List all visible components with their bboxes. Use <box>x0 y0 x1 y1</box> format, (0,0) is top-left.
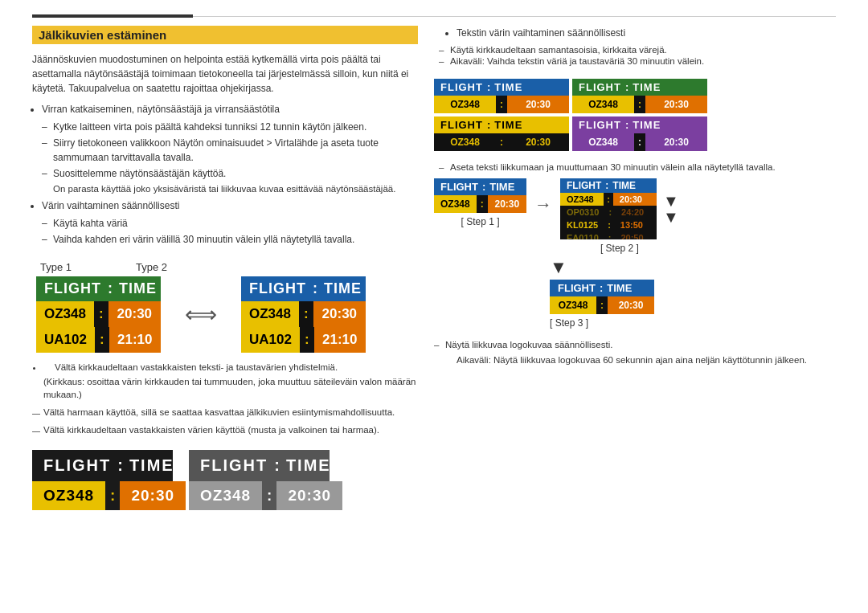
type1-ua: UA102 <box>36 327 95 353</box>
step1-area: FLIGHT : TIME OZ348 : 20:30 [ Step 1 ] <box>434 178 526 227</box>
note-1b: (Kirkkaus: osoittaa värin kirkkauden tai… <box>43 375 418 401</box>
arrow-down-1: ▼ <box>663 193 679 209</box>
step2-label: [ Step 2 ] <box>600 243 639 254</box>
large-b2-oz: OZ348 <box>189 481 262 510</box>
type2-label: Type 2 <box>136 261 167 273</box>
step3-board: FLIGHT : TIME OZ348 : 20:30 <box>550 280 654 314</box>
dash-item-2-1: Käytä kahta väriä <box>42 216 418 231</box>
note-1: Vältä kirkkaudeltaan vastakkaisten tekst… <box>43 361 418 374</box>
large-b2-time: TIME <box>286 456 331 475</box>
dash-item-1-3: Suosittelemme näytönsäästäjän käyttöä. <box>42 166 418 181</box>
step1-board: FLIGHT : TIME OZ348 : 20:30 <box>434 178 526 213</box>
grid-board-2: FLIGHT : TIME OZ348 : 20:30 <box>572 79 707 113</box>
large-b1-oz: OZ348 <box>32 481 105 510</box>
type1-row2: UA102 : 21:10 <box>36 327 161 353</box>
step2-area: FLIGHT : TIME OZ348 : 20:30 <box>560 178 679 254</box>
type1-oz: OZ348 <box>36 301 94 327</box>
bottom-boards: FLIGHT : TIME OZ348 : 20:30 FLIGHT : <box>32 450 418 510</box>
grid-b3-header: FLIGHT : TIME <box>434 116 569 133</box>
type2-2030: 20:30 <box>313 301 366 327</box>
large-board2-header: FLIGHT : TIME <box>189 450 330 481</box>
page: Jälkikuvien estäminen Jäännöskuvien muod… <box>0 0 868 613</box>
step1-row: OZ348 : 20:30 <box>434 195 526 213</box>
scroll-item-2: KL0125 : 13:50 <box>560 219 657 231</box>
large-b2-time-val: 20:30 <box>276 481 342 510</box>
grid-board-4: FLIGHT : TIME OZ348 : 20:30 <box>572 116 707 151</box>
boards-row: FLIGHT : TIME OZ348 : 20:30 UA102 : 21:1… <box>36 276 418 353</box>
type2-ua: UA102 <box>241 327 300 353</box>
type1-label: Type 1 <box>40 261 72 273</box>
note-3: Vältä kirkkaudeltaan vastakkaisten värie… <box>32 423 418 436</box>
type1-header-flight: FLIGHT <box>44 280 101 297</box>
type2-row1: OZ348 : 20:30 <box>241 301 366 327</box>
large-b1-time: TIME <box>129 456 174 475</box>
sub-text-1: On parasta käyttää joko yksisäväristä ta… <box>53 182 418 195</box>
step1-header: FLIGHT : TIME <box>434 178 526 195</box>
type-row: Type 1 Type 2 <box>40 261 418 273</box>
dash-item-1-2: Siirry tietokoneen valikkoon Näytön omin… <box>42 136 418 165</box>
type1-2030: 20:30 <box>108 301 161 327</box>
large-b1-time-val: 20:30 <box>120 481 186 510</box>
right-bullet-1: Tekstin värin vaihtaminen säännöllisesti <box>457 27 836 39</box>
type2-board: FLIGHT : TIME OZ348 : 20:30 UA102 : 21:1… <box>241 276 366 353</box>
type2-row2: UA102 : 21:10 <box>241 327 366 353</box>
intro-text: Jäännöskuvien muodostuminen on helpointa… <box>32 52 418 96</box>
scroll-item-1: OP0310 : 24:20 <box>560 206 657 219</box>
step1-label: [ Step 1 ] <box>461 216 499 227</box>
left-column: Jälkikuvien estäminen Jäännöskuvien muod… <box>32 26 418 597</box>
grid-b4-header: FLIGHT : TIME <box>572 116 707 133</box>
bullet-item-1: Virran katkaiseminen, näytönsäästäjä ja … <box>42 102 418 116</box>
step3-area: ▼ FLIGHT : TIME OZ348 : 20:30 [ Step 3 ] <box>550 257 836 329</box>
type2-2110: 21:10 <box>314 327 366 353</box>
bottom-right-notes: Näytä liikkuvaa logokuvaa säännöllisesti… <box>434 338 836 368</box>
step3-row: OZ348 : 20:30 <box>550 296 654 314</box>
grid-b4-row: OZ348 : 20:30 <box>572 133 707 151</box>
top-line-light <box>193 16 836 17</box>
section-title: Jälkikuvien estäminen <box>32 26 418 44</box>
type2-oz: OZ348 <box>241 301 299 327</box>
step-note: Aseta teksti liikkumaan ja muuttumaan 30… <box>434 162 836 172</box>
type1-header: FLIGHT : TIME <box>36 276 161 301</box>
grid-b2-header: FLIGHT : TIME <box>572 79 707 96</box>
type1-board: FLIGHT : TIME OZ348 : 20:30 UA102 : 21:1… <box>36 276 161 353</box>
dash-item-2-2: Vaihda kahden eri värin välillä 30 minuu… <box>42 232 418 247</box>
br-note-2: Aikaväli: Näytä liikkuvaa logokuvaa 60 s… <box>434 353 836 367</box>
arrow-down-2: ▼ <box>663 209 679 225</box>
large-board-2: FLIGHT : TIME OZ348 : 20:30 <box>189 450 330 510</box>
step3-label: [ Step 3 ] <box>550 317 588 329</box>
type2-header-flight: FLIGHT <box>249 280 306 297</box>
right-dash-2: Aikaväli: Vaihda tekstin väriä ja tausta… <box>434 56 836 66</box>
boards-grid: FLIGHT : TIME OZ348 : 20:30 FLIGHT : <box>434 79 707 151</box>
step2-board: FLIGHT : TIME OZ348 : 20:30 <box>560 178 657 239</box>
grid-b3-row: OZ348 : 20:30 <box>434 133 569 151</box>
type2-header-time: TIME <box>324 280 362 297</box>
dash-item-1-1: Kytke laitteen virta pois päältä kahdeks… <box>42 120 418 134</box>
large-board2-row: OZ348 : 20:30 <box>189 481 330 510</box>
large-b1-flight: FLIGHT <box>43 456 111 475</box>
large-board-1: FLIGHT : TIME OZ348 : 20:30 <box>32 450 173 510</box>
type2-header: FLIGHT : TIME <box>241 276 366 301</box>
step3-arrow-down: ▼ <box>550 257 567 278</box>
bullet-item-2: Värin vaihtaminen säännöllisesti <box>42 198 418 213</box>
scroll-item-3: EA0110 : 20:50 <box>560 231 657 239</box>
type1-header-time: TIME <box>119 280 157 297</box>
grid-b2-row: OZ348 : 20:30 <box>572 96 707 113</box>
main-content: Jälkikuvien estäminen Jäännöskuvien muod… <box>0 18 868 613</box>
grid-b1-header: FLIGHT : TIME <box>434 79 569 96</box>
step3-header: FLIGHT : TIME <box>550 280 654 296</box>
br-note-1: Näytä liikkuvaa logokuvaa säännöllisesti… <box>434 338 836 352</box>
right-dash-1: Käytä kirkkaudeltaan samantasoisia, kirk… <box>434 45 836 55</box>
large-board1-header: FLIGHT : TIME <box>32 450 173 481</box>
step-arrow-right: → <box>534 194 552 215</box>
grid-board-1: FLIGHT : TIME OZ348 : 20:30 <box>434 79 569 113</box>
double-arrow-icon: ⟺ <box>185 301 217 328</box>
large-board1-row: OZ348 : 20:30 <box>32 481 173 510</box>
type1-2110: 21:10 <box>109 327 161 353</box>
grid-b1-row: OZ348 : 20:30 <box>434 96 569 113</box>
bullet-list: Virran katkaiseminen, näytönsäästäjä ja … <box>42 102 418 248</box>
step-down-arrows: ▼ ▼ <box>663 193 679 225</box>
step2-scrolling: OP0310 : 24:20 KL0125 : 13:50 <box>560 206 657 239</box>
right-column: Tekstin värin vaihtaminen säännöllisesti… <box>434 26 836 597</box>
step2-header: FLIGHT : TIME <box>560 178 657 193</box>
note-2: Vältä harmaan käyttöä, sillä se saattaa … <box>32 406 418 419</box>
